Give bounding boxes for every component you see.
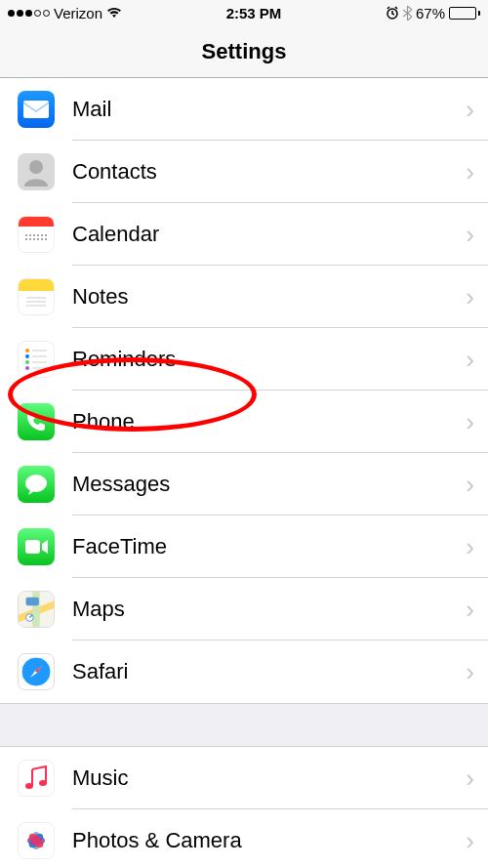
messages-icon (18, 466, 55, 503)
row-label: Messages (72, 472, 466, 497)
status-time: 2:53 PM (226, 5, 282, 21)
photos-icon (18, 822, 55, 859)
calendar-icon (18, 216, 55, 253)
svg-point-2 (29, 160, 43, 174)
music-icon (18, 760, 55, 797)
status-bar: Verizon 2:53 PM 67% (0, 0, 488, 25)
carrier-label: Verizon (54, 5, 102, 21)
maps-icon (18, 591, 55, 628)
settings-row-photos[interactable]: Photos & Camera › (0, 809, 488, 868)
settings-list-section-1: Mail › Contacts › Calendar › Notes › R (0, 78, 488, 703)
settings-row-safari[interactable]: Safari › (0, 641, 488, 703)
safari-icon (18, 653, 55, 690)
chevron-right-icon: › (466, 95, 488, 125)
svg-point-4 (29, 234, 31, 236)
svg-rect-1 (23, 101, 49, 118)
settings-row-phone[interactable]: Phone › (0, 391, 488, 453)
svg-point-21 (25, 366, 29, 370)
settings-row-contacts[interactable]: Contacts › (0, 141, 488, 203)
svg-point-3 (25, 234, 27, 236)
settings-row-messages[interactable]: Messages › (0, 453, 488, 516)
notes-icon (18, 278, 55, 315)
svg-point-8 (45, 234, 47, 236)
svg-point-11 (33, 238, 35, 240)
reminders-icon (18, 341, 55, 378)
battery-icon (449, 7, 480, 20)
settings-row-calendar[interactable]: Calendar › (0, 203, 488, 266)
chevron-right-icon: › (466, 282, 488, 312)
section-separator (0, 703, 488, 747)
row-label: Reminders (72, 347, 466, 372)
contacts-icon (18, 153, 55, 190)
bluetooth-icon (403, 6, 412, 21)
settings-row-facetime[interactable]: FaceTime › (0, 516, 488, 578)
chevron-right-icon: › (466, 220, 488, 250)
svg-point-14 (45, 238, 47, 240)
settings-row-maps[interactable]: Maps › (0, 578, 488, 641)
svg-point-26 (25, 475, 47, 492)
chevron-right-icon: › (466, 470, 488, 500)
row-label: Calendar (72, 222, 466, 247)
svg-point-9 (25, 238, 27, 240)
phone-icon (18, 403, 55, 440)
row-label: Safari (72, 659, 466, 684)
chevron-right-icon: › (466, 826, 488, 856)
svg-point-18 (25, 349, 29, 352)
chevron-right-icon: › (466, 764, 488, 794)
chevron-right-icon: › (466, 595, 488, 625)
row-label: Contacts (72, 159, 466, 185)
svg-rect-29 (26, 598, 39, 606)
wifi-icon (106, 7, 122, 19)
svg-point-7 (41, 234, 43, 236)
status-left: Verizon (8, 5, 122, 21)
chevron-right-icon: › (466, 157, 488, 187)
chevron-right-icon: › (466, 345, 488, 375)
row-label: Mail (72, 97, 466, 122)
chevron-right-icon: › (466, 532, 488, 562)
navigation-bar: Settings (0, 25, 488, 78)
status-right: 67% (386, 5, 480, 21)
svg-point-5 (33, 234, 35, 236)
svg-point-34 (39, 780, 47, 786)
alarm-icon (386, 6, 399, 20)
chevron-right-icon: › (466, 407, 488, 437)
svg-point-12 (37, 238, 39, 240)
settings-row-mail[interactable]: Mail › (0, 78, 488, 141)
battery-percentage: 67% (416, 5, 445, 21)
row-label: Music (72, 765, 466, 791)
svg-point-33 (25, 783, 33, 789)
svg-point-6 (37, 234, 39, 236)
settings-row-reminders[interactable]: Reminders › (0, 328, 488, 391)
row-label: FaceTime (72, 534, 466, 559)
page-title: Settings (202, 39, 287, 64)
signal-strength-icon (8, 10, 50, 17)
svg-point-13 (41, 238, 43, 240)
svg-point-19 (25, 354, 29, 358)
svg-point-20 (25, 360, 29, 364)
svg-rect-27 (25, 540, 40, 554)
svg-point-10 (29, 238, 31, 240)
row-label: Notes (72, 284, 466, 310)
row-label: Phone (72, 409, 466, 434)
settings-row-notes[interactable]: Notes › (0, 266, 488, 328)
row-label: Maps (72, 597, 466, 622)
mail-icon (18, 91, 55, 128)
chevron-right-icon: › (466, 657, 488, 687)
row-label: Photos & Camera (72, 828, 466, 853)
facetime-icon (18, 528, 55, 565)
settings-row-music[interactable]: Music › (0, 747, 488, 809)
settings-list-section-2: Music › Photos & Camera › iBooks › (0, 747, 488, 868)
